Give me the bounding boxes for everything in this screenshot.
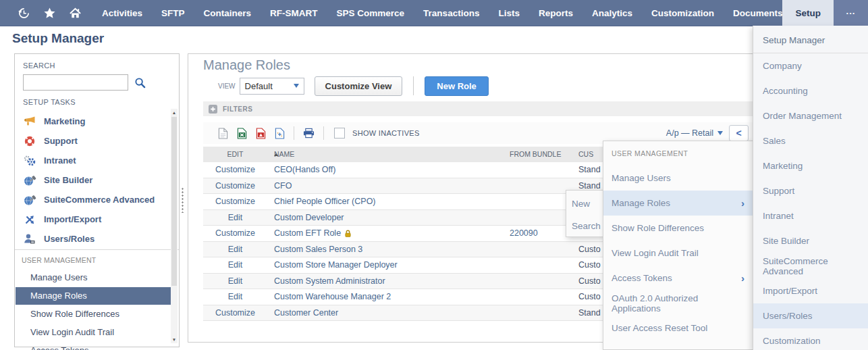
- nav-tab-rf-smart[interactable]: RF-SMART: [270, 8, 318, 18]
- nav-tab-sps-commerce[interactable]: SPS Commerce: [337, 8, 405, 18]
- menu-item-site-builder[interactable]: Site Builder: [753, 228, 868, 253]
- show-inactives-checkbox[interactable]: [334, 128, 345, 139]
- menu-item-manage-roles[interactable]: Manage Roles›: [603, 191, 753, 216]
- user-management-label: USER MANAGEMENT: [22, 256, 179, 264]
- role-name-link[interactable]: CFO: [274, 178, 292, 194]
- menu-item-support[interactable]: Support: [753, 178, 868, 203]
- csv-file-icon[interactable]: [218, 128, 228, 139]
- role-name-link[interactable]: CEO(Hands Off): [274, 162, 335, 178]
- print-icon[interactable]: [303, 128, 315, 139]
- sidebar-scrollbar[interactable]: ▲ ▼: [171, 109, 178, 343]
- sidebar-item-manage-roles[interactable]: Manage Roles: [16, 287, 171, 305]
- role-name-link[interactable]: Custom Warehouse Manager 2: [274, 289, 391, 305]
- role-name-link[interactable]: Custom Developer: [274, 210, 344, 226]
- menu-item-suitecommerce-advanced[interactable]: SuiteCommerce Advanced: [753, 253, 868, 278]
- customize-link[interactable]: Customize: [203, 162, 267, 178]
- history-icon[interactable]: [18, 7, 30, 20]
- scroll-up-icon[interactable]: ▲: [171, 110, 178, 115]
- edit-link[interactable]: Edit: [203, 274, 267, 289]
- sidebar-item-users-roles[interactable]: Users/Roles: [15, 229, 179, 249]
- menu-item-access-tokens[interactable]: Access Tokens›: [603, 266, 753, 291]
- menu-item-user-access-reset-tool[interactable]: User Access Reset Tool: [603, 316, 753, 341]
- customize-link[interactable]: Customize: [203, 178, 267, 194]
- scrollbar-thumb[interactable]: [171, 117, 177, 286]
- view-select[interactable]: Default: [240, 78, 304, 95]
- nav-tab-analytics[interactable]: Analytics: [592, 8, 632, 18]
- customize-link[interactable]: Customize: [203, 226, 267, 241]
- edit-link[interactable]: Edit: [203, 289, 267, 305]
- sidebar-item-view-login-audit-trail[interactable]: View Login Audit Trail: [16, 324, 171, 341]
- sidebar-item-import-export[interactable]: Import/Export: [15, 209, 179, 229]
- menu-item-intranet[interactable]: Intranet: [753, 203, 868, 228]
- menu-item-label: View Login Audit Trail: [612, 248, 699, 258]
- sidebar-item-support[interactable]: Support: [15, 131, 179, 151]
- role-name-link[interactable]: Chief People Officer (CPO): [274, 194, 376, 209]
- sidebar-item-access-tokens[interactable]: Access Tokens: [16, 342, 171, 350]
- menu-item-marketing[interactable]: Marketing: [753, 153, 868, 178]
- column-header-edit[interactable]: EDIT: [203, 147, 267, 162]
- menu-item-manage-users[interactable]: Manage Users: [603, 166, 753, 191]
- search-input[interactable]: [23, 74, 128, 91]
- menu-item-users-roles[interactable]: Users/Roles: [753, 303, 868, 328]
- menu-item-order-management[interactable]: Order Management: [753, 103, 868, 128]
- scroll-down-icon[interactable]: ▼: [171, 337, 178, 342]
- word-file-icon[interactable]: [275, 128, 285, 139]
- sidebar-item-show-role-differences[interactable]: Show Role Differences: [16, 305, 171, 323]
- menu-items: Manage UsersManage Roles›Show Role Diffe…: [603, 166, 753, 341]
- star-icon[interactable]: [43, 7, 56, 20]
- sidebar-item-suitecommerce-advanced[interactable]: SuiteCommerce Advanced: [15, 190, 179, 209]
- custom-flag-cell: Custo: [578, 242, 601, 257]
- customize-link[interactable]: Customize: [203, 305, 267, 321]
- nav-tab-containers[interactable]: Containers: [204, 8, 252, 18]
- segment-filter-dropdown[interactable]: A/p — Retail: [666, 128, 723, 138]
- nav-tab-reports[interactable]: Reports: [539, 8, 573, 18]
- column-header-from-bundle[interactable]: FROM BUNDLE: [510, 147, 561, 162]
- menu-item-company[interactable]: Company: [753, 53, 868, 78]
- menu-item-show-role-differences[interactable]: Show Role Differences: [603, 216, 753, 241]
- setup-menu: Setup ManagerCompanyAccountingOrder Mana…: [753, 26, 868, 350]
- submenu-item-new[interactable]: New: [566, 193, 604, 215]
- customize-view-button[interactable]: Customize View: [315, 76, 403, 96]
- menu-item-view-login-audit-trail[interactable]: View Login Audit Trail: [603, 241, 753, 266]
- edit-link[interactable]: Edit: [203, 242, 267, 257]
- home-icon[interactable]: [69, 7, 82, 20]
- sidebar-splitter[interactable]: [181, 187, 184, 213]
- excel-file-icon[interactable]: [237, 128, 247, 139]
- menu-item-accounting[interactable]: Accounting: [753, 78, 868, 103]
- role-name-link[interactable]: Custom System Administrator: [274, 274, 385, 289]
- edit-link[interactable]: Edit: [203, 257, 267, 273]
- sidebar-item-intranet[interactable]: Intranet: [15, 151, 179, 170]
- tab-setup[interactable]: Setup: [782, 0, 834, 26]
- role-name-link[interactable]: Custom Store Manager Deployer: [274, 257, 398, 273]
- menu-item-oauth-2-0-authorized-applications[interactable]: OAuth 2.0 Authorized Applications: [603, 291, 753, 316]
- menu-item-sales[interactable]: Sales: [753, 128, 868, 153]
- nav-tab-activities[interactable]: Activities: [102, 8, 142, 18]
- menu-item-label: User Access Reset Tool: [612, 323, 707, 333]
- customize-link[interactable]: Customize: [203, 194, 267, 209]
- pdf-file-icon[interactable]: [256, 128, 266, 139]
- menu-item-import-export[interactable]: Import/Export: [753, 278, 868, 303]
- nav-tab-sftp[interactable]: SFTP: [161, 8, 185, 18]
- new-role-button[interactable]: New Role: [425, 76, 489, 96]
- menu-item-customization[interactable]: Customization: [753, 328, 868, 350]
- nav-overflow-button[interactable]: ...: [834, 0, 868, 26]
- nav-tab-lists[interactable]: Lists: [498, 8, 520, 18]
- search-icon[interactable]: [134, 77, 146, 89]
- role-name-link[interactable]: Custom EFT Role: [274, 226, 341, 241]
- expand-filters-icon[interactable]: [209, 105, 217, 114]
- sidebar-item-site-builder[interactable]: Site Builder: [15, 170, 179, 190]
- show-inactives-label: SHOW INACTIVES: [352, 129, 420, 137]
- bundle-id-link[interactable]: 220090: [510, 226, 538, 241]
- edit-link[interactable]: Edit: [203, 210, 267, 226]
- sidebar-item-manage-users[interactable]: Manage Users: [16, 269, 171, 286]
- role-name-link[interactable]: Custom Sales Person 3: [274, 242, 362, 257]
- collapse-panel-button[interactable]: <: [729, 125, 749, 141]
- nav-tab-transactions[interactable]: Transactions: [423, 8, 479, 18]
- column-header-custom[interactable]: CUS: [578, 147, 593, 162]
- submenu-item-search[interactable]: Search: [566, 215, 604, 237]
- nav-tab-documents[interactable]: Documents: [733, 8, 783, 18]
- menu-item-setup-manager[interactable]: Setup Manager: [753, 28, 868, 53]
- role-name-link[interactable]: Customer Center: [274, 305, 338, 321]
- sidebar-item-marketing[interactable]: Marketing: [15, 111, 179, 131]
- nav-tab-customization[interactable]: Customization: [651, 8, 714, 18]
